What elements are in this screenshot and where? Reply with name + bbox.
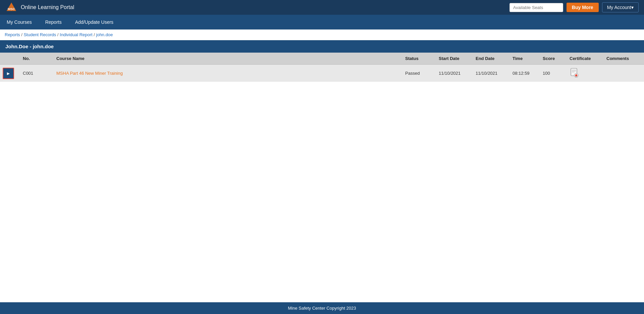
nav-bar: My Courses Reports Add/Update Users bbox=[0, 15, 644, 29]
section-header: John.Doe - john.doe bbox=[0, 40, 644, 53]
expand-button[interactable]: ► bbox=[3, 68, 14, 79]
comments-cell bbox=[604, 65, 644, 82]
nav-item-reports[interactable]: Reports bbox=[39, 15, 68, 29]
col-time-header: Time bbox=[510, 53, 540, 65]
status-cell: Passed bbox=[402, 65, 436, 82]
buy-more-button[interactable]: Buy More bbox=[567, 3, 599, 12]
col-status-header: Status bbox=[402, 53, 436, 65]
top-header: MSC Online Learning Portal Buy More My A… bbox=[0, 0, 644, 15]
portal-title: Online Learning Portal bbox=[21, 4, 74, 10]
course-no-cell: C001 bbox=[20, 65, 54, 82]
footer-text: Mine Safety Center Copyright 2023 bbox=[288, 306, 356, 311]
col-certificate-header: Certificate bbox=[567, 53, 604, 65]
col-expand-header bbox=[0, 53, 20, 65]
breadcrumb-reports[interactable]: Reports bbox=[5, 32, 20, 37]
breadcrumb-individual-report[interactable]: Individual Report bbox=[60, 32, 93, 37]
courses-table: No. Course Name Status Start Date End Da… bbox=[0, 53, 644, 82]
end-date-cell: 11/10/2021 bbox=[473, 65, 510, 82]
section-title: John.Doe - john.doe bbox=[5, 44, 54, 49]
breadcrumb-student-records[interactable]: Student Records bbox=[23, 32, 56, 37]
expand-cell: ► bbox=[0, 65, 20, 82]
nav-item-add-update-users[interactable]: Add/Update Users bbox=[68, 15, 120, 29]
svg-point-7 bbox=[575, 74, 578, 77]
col-comments-header: Comments bbox=[604, 53, 644, 65]
my-account-button[interactable]: My Account▾ bbox=[602, 2, 639, 12]
nav-item-my-courses[interactable]: My Courses bbox=[0, 15, 39, 29]
available-seats-input[interactable] bbox=[509, 3, 563, 12]
header-right: Buy More My Account▾ bbox=[509, 2, 639, 12]
col-no-header: No. bbox=[20, 53, 54, 65]
start-date-cell: 11/10/2021 bbox=[436, 65, 473, 82]
col-course-name-header: Course Name bbox=[54, 53, 402, 65]
col-end-date-header: End Date bbox=[473, 53, 510, 65]
table-row: ►C001MSHA Part 46 New Miner TrainingPass… bbox=[0, 65, 644, 82]
footer: Mine Safety Center Copyright 2023 bbox=[0, 302, 644, 314]
certificate-icon[interactable] bbox=[570, 67, 580, 79]
score-cell: 100 bbox=[540, 65, 567, 82]
course-name-cell: MSHA Part 46 New Miner Training bbox=[54, 65, 402, 82]
breadcrumb-user[interactable]: john.doe bbox=[96, 32, 113, 37]
col-score-header: Score bbox=[540, 53, 567, 65]
col-start-date-header: Start Date bbox=[436, 53, 473, 65]
svg-text:MSC: MSC bbox=[8, 7, 15, 11]
table-header-row: No. Course Name Status Start Date End Da… bbox=[0, 53, 644, 65]
msc-logo-icon: MSC bbox=[5, 1, 17, 13]
certificate-cell bbox=[567, 65, 604, 82]
breadcrumb: Reports / Student Records / Individual R… bbox=[0, 29, 644, 40]
logo-area: MSC Online Learning Portal bbox=[5, 1, 74, 13]
time-cell: 08:12:59 bbox=[510, 65, 540, 82]
table-container: No. Course Name Status Start Date End Da… bbox=[0, 53, 644, 302]
